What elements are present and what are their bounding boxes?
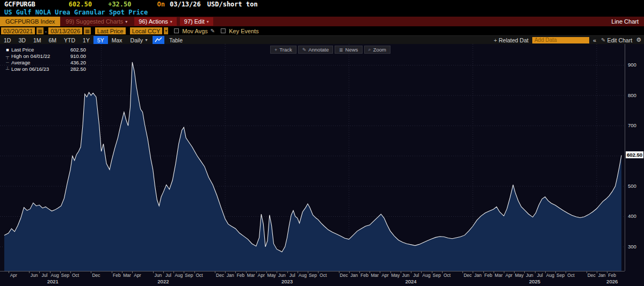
x-axis-tick xyxy=(473,272,473,273)
x-axis-tick xyxy=(298,272,298,273)
collapse-icon[interactable]: « xyxy=(593,37,596,43)
x-axis-month-label: Sep xyxy=(433,273,441,278)
related-data-button[interactable]: + Related Dat xyxy=(494,37,529,43)
legend-last-price-row: ■ Last Price 602.50 xyxy=(4,47,86,53)
period-3d-button[interactable]: 3D xyxy=(15,36,29,44)
x-axis: AprJunJulAugSepOctDecFebMarAprJunJulAugS… xyxy=(0,271,625,286)
add-data-input[interactable]: Add Data xyxy=(532,37,589,43)
price-line-chart[interactable] xyxy=(0,44,625,271)
menu-bar-spacer xyxy=(215,17,612,26)
x-axis-tick xyxy=(215,272,215,273)
x-axis-tick xyxy=(235,272,236,273)
x-axis-tick xyxy=(112,272,112,273)
x-axis-month-label: Jul xyxy=(413,273,419,278)
mov-avgs-checkbox[interactable] xyxy=(174,28,179,33)
x-axis-month-label: Apr xyxy=(10,273,17,278)
x-axis-tick xyxy=(29,272,30,273)
x-axis-month-label: May xyxy=(515,273,524,278)
x-axis-month-label: Oct xyxy=(567,273,574,278)
calendar-icon[interactable]: ▦ xyxy=(84,27,91,34)
edit-chart-button[interactable]: ✎ Edit Chart xyxy=(600,37,632,43)
x-axis-month-label: Apr xyxy=(381,273,388,278)
x-axis-tick xyxy=(163,272,164,273)
x-axis-month-label: Dec xyxy=(92,273,100,278)
price-field-select[interactable]: Last Price xyxy=(95,27,126,34)
price-unit: USD/short ton xyxy=(207,1,258,8)
frequency-select[interactable]: Daily ▼ xyxy=(126,37,153,43)
high-marker-icon: ┬ xyxy=(4,53,11,60)
x-axis-month-label: Feb xyxy=(360,273,368,278)
currency-select[interactable]: Local CCY xyxy=(130,27,163,34)
x-axis-tick xyxy=(256,272,257,273)
pencil-icon[interactable]: ✎ xyxy=(211,28,215,34)
period-max-button[interactable]: Max xyxy=(108,36,126,44)
x-axis-month-label: Sep xyxy=(309,273,317,278)
x-axis-tick xyxy=(401,272,401,273)
x-axis-tick xyxy=(153,272,154,273)
chevron-down-icon: ▾ xyxy=(170,19,172,24)
calendar-icon[interactable]: ▦ xyxy=(37,27,44,34)
suggested-charts-label: 99) Suggested Charts xyxy=(66,18,123,25)
x-axis-tick xyxy=(9,272,9,273)
date-to-field[interactable]: 03/13/2026 xyxy=(48,27,82,34)
chart-tools-toolbar: +Track✎Annotate≣News⌕Zoom xyxy=(270,46,390,54)
period-6m-button[interactable]: 6M xyxy=(45,36,60,44)
legend-low-value: 282.50 xyxy=(63,66,86,72)
x-axis-month-label: Mar xyxy=(247,273,255,278)
chevron-down-icon[interactable]: ▾ xyxy=(164,27,168,34)
chart-tool-track-button[interactable]: +Track xyxy=(270,46,296,54)
x-axis-month-label: Mar xyxy=(123,273,131,278)
edit-menu[interactable]: 97) Edit ▾ xyxy=(180,17,213,26)
period-1d-button[interactable]: 1D xyxy=(0,36,15,44)
table-view-button[interactable]: Table xyxy=(164,36,187,44)
legend-last-price-value: 602.50 xyxy=(63,47,86,53)
x-axis-tick xyxy=(39,272,40,273)
dropdown-icon: ▼ xyxy=(144,38,148,42)
x-axis-tick xyxy=(597,272,597,273)
x-axis-tick xyxy=(370,272,370,273)
chevron-down-icon: ▾ xyxy=(125,19,127,24)
chart-type-label: Line Chart xyxy=(611,17,644,26)
y-axis-label: 800 xyxy=(628,92,636,98)
ticker-tab[interactable]: GCFPURGB Index xyxy=(0,17,60,26)
period-1m-button[interactable]: 1M xyxy=(30,36,45,44)
chart-tool-zoom-button[interactable]: ⌕Zoom xyxy=(364,46,390,54)
period-ytd-button[interactable]: YTD xyxy=(60,36,79,44)
key-events-checkbox[interactable] xyxy=(221,28,226,33)
x-axis-tick xyxy=(194,272,195,273)
x-axis-tick xyxy=(70,272,71,273)
x-axis-tick xyxy=(380,272,380,273)
x-axis-tick xyxy=(184,272,184,273)
x-axis-month-label: Mar xyxy=(371,273,379,278)
period-5y-button[interactable]: 5Y xyxy=(93,36,108,44)
chart-tool-annotate-button[interactable]: ✎Annotate xyxy=(298,46,334,54)
x-axis-tick xyxy=(173,272,174,273)
line-chart-type-button[interactable] xyxy=(153,36,164,44)
x-axis-tick xyxy=(607,272,607,273)
chart-tool-news-button[interactable]: ≣News xyxy=(335,46,362,54)
track-icon: + xyxy=(274,47,277,53)
last-price-badge: 602.50 xyxy=(626,151,643,158)
y-axis-label: 400 xyxy=(628,213,636,219)
legend-average-label: Average xyxy=(11,60,63,66)
period-1y-button[interactable]: 1Y xyxy=(79,36,93,44)
chart-tool-label: Annotate xyxy=(308,47,329,53)
chart-tool-label: News xyxy=(345,47,358,53)
news-icon: ≣ xyxy=(339,47,343,53)
x-axis-tick xyxy=(545,272,546,273)
x-axis-year-label: 2025 xyxy=(529,278,540,284)
y-axis-label: 700 xyxy=(628,122,636,128)
gear-icon[interactable]: ⚙ xyxy=(636,36,641,43)
x-axis-tick xyxy=(462,272,463,273)
actions-menu[interactable]: 96) Actions ▾ xyxy=(134,17,176,26)
legend-low-label: Low on 06/16/23 xyxy=(11,66,63,72)
x-axis-month-label: Jan xyxy=(351,273,358,278)
date-from-field[interactable]: 03/20/2021 xyxy=(1,27,35,34)
suggested-charts-menu[interactable]: 99) Suggested Charts ▾ xyxy=(60,17,133,26)
x-axis-tick xyxy=(421,272,422,273)
x-axis-month-label: Oct xyxy=(196,273,202,278)
chart-area[interactable]: ■ Last Price 602.50 ┬ High on 04/01/22 9… xyxy=(0,44,644,286)
chart-tool-label: Track xyxy=(279,47,292,53)
legend-last-price-label: Last Price xyxy=(11,47,63,53)
x-axis-month-label: Aug xyxy=(299,273,307,278)
